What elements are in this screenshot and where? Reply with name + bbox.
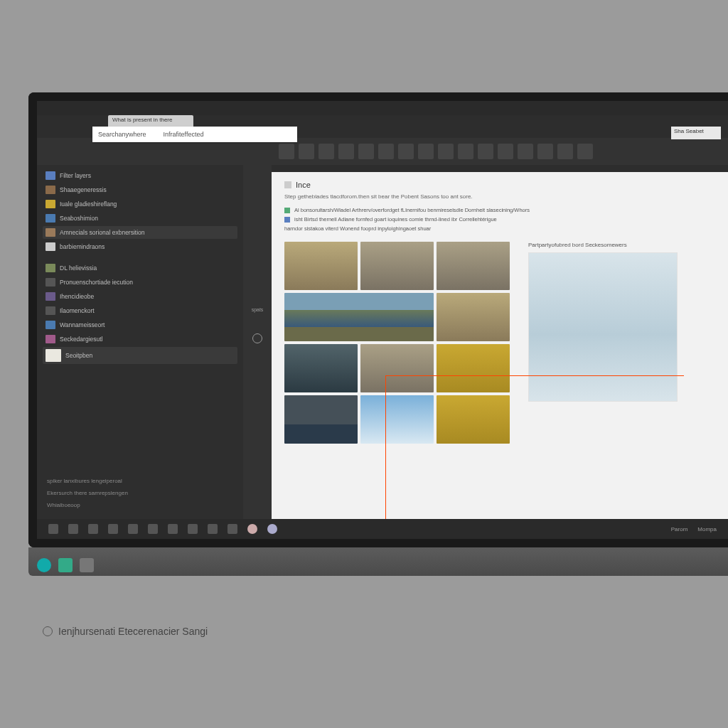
status-icon[interactable] xyxy=(188,524,198,534)
sidebar-item[interactable]: Ilaomenckort xyxy=(43,304,237,317)
sidebar-item[interactable]: barbiemindraons xyxy=(43,240,237,253)
gallery-thumb[interactable] xyxy=(360,344,434,392)
gallery-thumb[interactable] xyxy=(437,395,510,444)
sidebar-item-label: Ekersurch there sarnrepslengen xyxy=(47,490,128,496)
sidebar-item-label: barbiemindraons xyxy=(60,243,105,250)
ribbon-tool[interactable] xyxy=(498,144,513,159)
ribbon-tool[interactable] xyxy=(318,144,334,159)
heading-text: Ince xyxy=(296,181,311,189)
sidebar-item-label: Amnecials sorional exbnersition xyxy=(60,229,145,236)
status-icon[interactable] xyxy=(68,524,78,534)
sidebar-item[interactable]: Wannameisseort xyxy=(43,318,237,331)
gallery-thumb[interactable] xyxy=(360,242,434,290)
status-icon[interactable] xyxy=(267,524,277,534)
status-icon[interactable] xyxy=(148,524,158,534)
status-icon[interactable] xyxy=(88,524,98,534)
ribbon-tool[interactable] xyxy=(537,144,553,159)
laptop-screen: What is present in there Searchanywhere … xyxy=(28,92,728,547)
sidebar-item[interactable]: Seaboshimion xyxy=(43,212,237,225)
circle-tool-icon[interactable] xyxy=(252,333,262,343)
ribbon-tool[interactable] xyxy=(279,144,294,159)
sidebar-item-label: spiker lanxibures lengeiperoal xyxy=(47,478,122,484)
copyright-icon xyxy=(43,626,53,636)
gallery-thumb[interactable] xyxy=(284,395,358,444)
status-label[interactable]: Parom xyxy=(671,526,688,532)
sidebar-item-label: Ihencidieobe xyxy=(60,293,94,300)
status-icon[interactable] xyxy=(168,524,178,534)
sidebar-item[interactable]: Iuale gladieshireflang xyxy=(43,198,237,210)
tool-column: spats xyxy=(243,165,272,519)
status-icon[interactable] xyxy=(128,524,138,534)
ribbon-tool[interactable] xyxy=(299,144,314,159)
gallery-thumb[interactable] xyxy=(437,242,510,290)
status-icon[interactable] xyxy=(108,524,118,534)
gallery-thumb[interactable] xyxy=(360,395,434,444)
sidebar-item[interactable]: Seoitpben xyxy=(43,347,237,364)
ribbon-tool[interactable] xyxy=(418,144,434,159)
sidebar-item[interactable]: Filter layers xyxy=(43,169,237,182)
sidebar-item[interactable]: Shaaegeneressis xyxy=(43,183,237,196)
bullet-icon xyxy=(284,208,290,213)
search-secondary: Infrafiteffected xyxy=(164,131,204,138)
content-paragraph: harndor sistakoa viterd Wonend fooprd in… xyxy=(284,225,540,232)
sidebar-footer-item[interactable]: spiker lanxibures lengeiperoal xyxy=(44,476,236,486)
sidebar-item-label: Iuale gladieshireflang xyxy=(60,200,117,208)
folder-icon xyxy=(46,214,55,223)
status-bar: Parom Mompa xyxy=(37,519,728,539)
search-label: Searchanywhere xyxy=(98,131,146,138)
folder-icon xyxy=(46,264,55,272)
sidebar-item[interactable]: Ihencidieobe xyxy=(43,290,237,303)
ribbon-tool[interactable] xyxy=(358,144,374,159)
sidebar-item[interactable]: DL helievissia xyxy=(43,262,237,274)
ribbon-tool[interactable] xyxy=(398,144,414,159)
content-paragraph: isht Birtsd thernell Adiane fornfed goar… xyxy=(284,216,540,223)
paragraph-text: Al bonsorultarsh/Wladel Arthrerv/overfor… xyxy=(294,207,530,213)
ribbon-tool[interactable] xyxy=(518,144,533,159)
status-icon[interactable] xyxy=(208,524,218,534)
gallery-thumb[interactable] xyxy=(437,293,510,341)
status-label[interactable]: Mompa xyxy=(697,526,717,532)
sidebar-item-label: DL helievissia xyxy=(60,264,97,272)
sidebar: Filter layers Shaaegeneressis Iuale glad… xyxy=(37,165,243,519)
folder-icon xyxy=(46,292,55,301)
gallery-thumb[interactable] xyxy=(284,344,358,392)
sidebar-item[interactable]: Pronuenschortiade iecution xyxy=(43,276,237,289)
taskbar xyxy=(37,555,94,576)
taskbar-app-icon[interactable] xyxy=(58,558,73,572)
status-icon[interactable] xyxy=(247,524,257,534)
gallery-thumb[interactable] xyxy=(284,242,358,290)
sidebar-item[interactable]: Amnecials sorional exbnersition xyxy=(43,226,237,239)
status-icon[interactable] xyxy=(228,524,237,534)
taskbar-app-icon[interactable] xyxy=(37,558,51,572)
folder-icon xyxy=(46,186,55,194)
ribbon-tool[interactable] xyxy=(478,144,493,159)
ribbon-tool[interactable] xyxy=(438,144,454,159)
ribbon-tool[interactable] xyxy=(338,144,354,159)
status-icon[interactable] xyxy=(48,524,58,534)
gallery-thumb[interactable] xyxy=(437,344,510,392)
preview-image[interactable] xyxy=(528,252,678,402)
ribbon-tool[interactable] xyxy=(458,144,473,159)
sidebar-item-label: Pronuenschortiade iecution xyxy=(60,279,133,286)
sidebar-item-label: Seckedargiesutl xyxy=(60,336,102,343)
ribbon-tool[interactable] xyxy=(557,144,573,159)
active-tab[interactable]: What is present in there xyxy=(108,115,193,127)
sidebar-item[interactable]: Seckedargiesutl xyxy=(43,333,237,346)
tool-col-label: spats xyxy=(252,307,264,312)
search-bar[interactable]: Searchanywhere Infrafiteffected xyxy=(92,127,297,142)
gallery-thumb[interactable] xyxy=(284,293,434,341)
taskbar-app-icon[interactable] xyxy=(80,558,94,572)
sidebar-footer-item[interactable]: Ekersurch there sarnrepslengen xyxy=(44,488,236,498)
ribbon-right-label[interactable]: Sha Seabet xyxy=(671,127,721,139)
sidebar-item-label: Seoitpben xyxy=(65,352,92,359)
folder-icon xyxy=(46,200,55,208)
sidebar-footer-item[interactable]: Whialboeoop xyxy=(44,500,236,510)
content-panel: Ince Step getheblades tlacdforom.then si… xyxy=(272,172,728,519)
ribbon-tool[interactable] xyxy=(577,144,593,159)
title-bar xyxy=(37,101,728,115)
image-caption: Ienjhursenati Etecerenacier Sangi xyxy=(43,626,208,637)
preview-title: Partpartyofubred bord Seckesomewers xyxy=(528,242,678,248)
ribbon-tool[interactable] xyxy=(378,144,394,159)
sidebar-item-label: Shaaegeneressis xyxy=(60,186,107,193)
thumbnail-icon xyxy=(46,349,61,362)
